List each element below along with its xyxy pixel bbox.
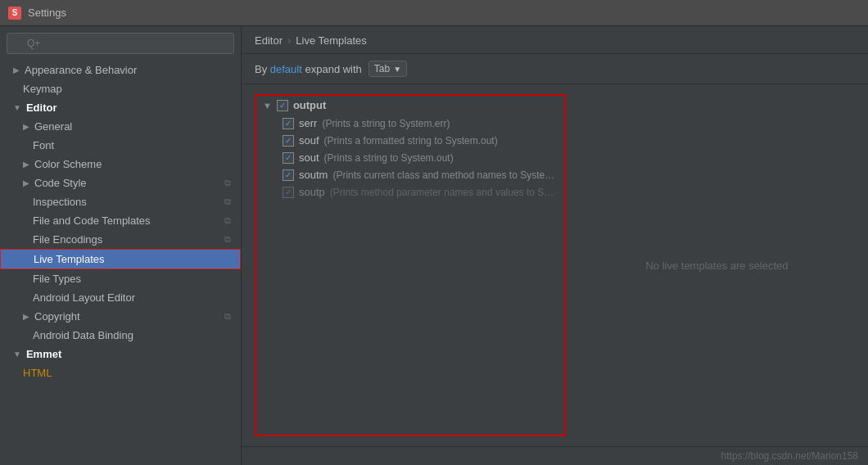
chevron-right-icon: ▶	[23, 160, 29, 169]
item-checkbox[interactable]: ✓	[283, 135, 294, 147]
template-group-output[interactable]: ▼ ✓ output	[256, 96, 564, 115]
sidebar-item-appearance[interactable]: ▶ Appearance & Behavior	[0, 61, 241, 79]
search-input[interactable]	[7, 33, 234, 54]
group-name: output	[293, 99, 326, 111]
chevron-down-icon: ▼	[263, 101, 272, 111]
sidebar-item-emmet[interactable]: ▼ Emmet	[0, 345, 241, 363]
template-desc: (Prints a formatted string to System.out…	[324, 135, 498, 147]
sidebar-item-general[interactable]: ▶ General	[0, 117, 241, 136]
chevron-right-icon: ▶	[23, 312, 29, 321]
sidebar-item-editor[interactable]: ▼ Editor	[0, 98, 241, 117]
sidebar-item-label: Live Templates	[34, 253, 104, 265]
sidebar-item-codestyle[interactable]: ▶ Code Style ⧉	[0, 174, 241, 192]
breadcrumb-separator: ›	[287, 34, 291, 47]
sidebar-item-filecodetemplates[interactable]: File and Code Templates ⧉	[0, 211, 241, 230]
main-layout: 🔍 ▶ Appearance & Behavior Keymap ▼ Edito…	[0, 26, 868, 465]
chevron-right-icon: ▶	[23, 122, 29, 131]
sidebar: 🔍 ▶ Appearance & Behavior Keymap ▼ Edito…	[0, 26, 242, 465]
sidebar-item-label: Emmet	[26, 348, 61, 360]
template-name: soutp	[299, 186, 325, 198]
chevron-down-icon: ▼	[13, 350, 21, 359]
dropdown-value: Tab	[374, 63, 390, 74]
sidebar-item-label: Android Layout Editor	[33, 291, 135, 304]
toolbar: By default expand with Tab ▼	[242, 54, 868, 84]
sidebar-item-livetemplates[interactable]: Live Templates	[0, 249, 241, 269]
sidebar-item-label: Appearance & Behavior	[25, 64, 137, 76]
sidebar-item-androidlayouteditor[interactable]: Android Layout Editor	[0, 288, 241, 307]
copy-icon: ⧉	[224, 311, 231, 322]
sidebar-item-filetypes[interactable]: File Types	[0, 269, 241, 288]
sidebar-item-html[interactable]: HTML	[0, 363, 241, 382]
sidebar-item-label: File Types	[33, 273, 81, 285]
sidebar-item-colorscheme[interactable]: ▶ Color Scheme	[0, 155, 241, 174]
template-name: souf	[299, 134, 319, 147]
sidebar-item-label: File and Code Templates	[33, 214, 151, 227]
breadcrumb: Editor › Live Templates	[242, 26, 868, 54]
template-item-souf[interactable]: ✓ souf (Prints a formatted string to Sys…	[256, 132, 564, 149]
sidebar-item-inspections[interactable]: Inspections ⧉	[0, 192, 241, 211]
template-desc: (Prints current class and method names t…	[332, 169, 558, 181]
footer-url: https://blog.csdn.net/Marion158	[242, 446, 868, 465]
sidebar-item-label: Keymap	[23, 83, 62, 95]
template-item-sout[interactable]: ✓ sout (Prints a string to System.out)	[256, 149, 564, 166]
sidebar-item-fileencodings[interactable]: File Encodings ⧉	[0, 230, 241, 249]
sidebar-item-label: Editor	[26, 102, 57, 114]
app-icon: S	[8, 7, 21, 20]
template-desc: (Prints a string to System.err)	[322, 118, 450, 129]
item-checkbox[interactable]: ✓	[283, 187, 294, 198]
sidebar-item-copyright[interactable]: ▶ Copyright ⧉	[0, 307, 241, 326]
template-desc: (Prints a string to System.out)	[324, 152, 454, 164]
item-checkbox[interactable]: ✓	[283, 169, 294, 181]
title-bar-text: Settings	[28, 7, 66, 19]
template-name: sout	[299, 151, 319, 164]
content-area: Editor › Live Templates By default expan…	[242, 26, 868, 465]
no-selection-panel: No live templates are selected	[566, 84, 868, 446]
sidebar-item-label: Copyright	[34, 310, 80, 323]
sidebar-item-label: Font	[33, 139, 54, 151]
sidebar-item-keymap[interactable]: Keymap	[0, 79, 241, 98]
chevron-down-icon: ▼	[13, 103, 21, 112]
sidebar-item-label: File Encodings	[33, 233, 102, 246]
sidebar-item-label: General	[34, 120, 72, 133]
template-name: serr	[299, 117, 317, 129]
template-item-soutp[interactable]: ✓ soutp (Prints method parameter names a…	[256, 183, 564, 201]
sidebar-item-label: HTML	[23, 367, 52, 379]
sidebar-item-label: Code Style	[34, 177, 87, 189]
breadcrumb-editor: Editor	[255, 34, 283, 47]
dropdown-arrow-icon: ▼	[393, 65, 401, 74]
toolbar-default-link[interactable]: default	[270, 63, 302, 75]
breadcrumb-current: Live Templates	[296, 34, 366, 47]
item-checkbox[interactable]: ✓	[283, 118, 294, 129]
toolbar-label: By default expand with	[255, 63, 362, 75]
search-wrap: 🔍	[7, 33, 234, 54]
footer-url-text: https://blog.csdn.net/Marion158	[721, 450, 858, 462]
group-checkbox[interactable]: ✓	[277, 100, 288, 111]
copy-icon: ⧉	[224, 178, 231, 188]
item-checkbox[interactable]: ✓	[283, 152, 294, 164]
sidebar-item-androiddatabinding[interactable]: Android Data Binding	[0, 326, 241, 345]
copy-icon: ⧉	[224, 234, 231, 245]
sidebar-search-area: 🔍	[0, 26, 241, 61]
sidebar-item-font[interactable]: Font	[0, 136, 241, 155]
chevron-right-icon: ▶	[23, 178, 29, 187]
template-item-soutm[interactable]: ✓ soutm (Prints current class and method…	[256, 166, 564, 183]
title-bar: S Settings	[0, 0, 868, 26]
copy-icon: ⧉	[224, 196, 231, 207]
chevron-right-icon: ▶	[13, 65, 20, 74]
no-selection-text: No live templates are selected	[645, 260, 788, 272]
template-item-serr[interactable]: ✓ serr (Prints a string to System.err)	[256, 115, 564, 132]
sidebar-item-label: Color Scheme	[34, 158, 102, 170]
template-name: soutm	[299, 169, 328, 181]
sidebar-item-label: Android Data Binding	[33, 329, 133, 341]
expand-with-dropdown[interactable]: Tab ▼	[368, 61, 407, 77]
sidebar-item-label: Inspections	[33, 196, 87, 208]
template-list: ▼ ✓ output ✓ serr (Prints a string to Sy…	[255, 94, 566, 436]
template-desc: (Prints method parameter names and value…	[330, 187, 558, 198]
template-area: ▼ ✓ output ✓ serr (Prints a string to Sy…	[242, 84, 868, 446]
copy-icon: ⧉	[224, 215, 231, 226]
